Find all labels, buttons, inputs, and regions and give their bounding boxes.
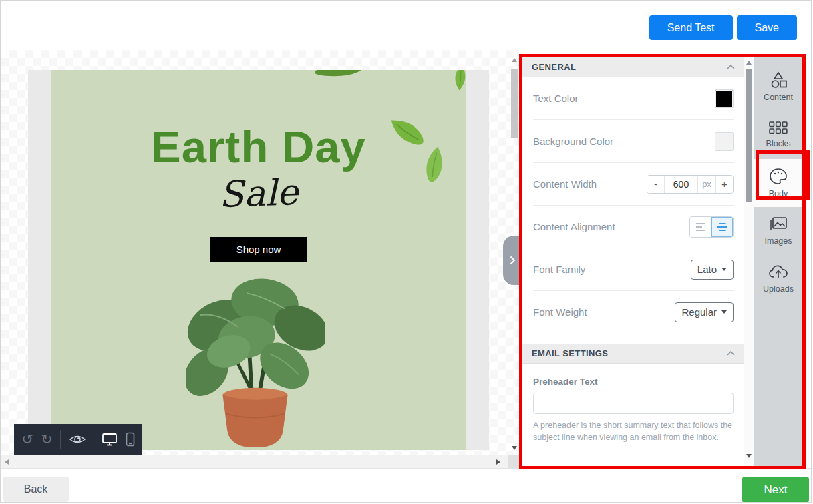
blocks-grid-icon	[769, 121, 788, 135]
align-center-icon	[717, 223, 727, 231]
email-content-area[interactable]: Earth Day Sale Shop now	[51, 70, 466, 450]
email-script-text[interactable]: Sale	[51, 165, 466, 222]
scroll-left-arrow-icon[interactable]	[5, 459, 9, 465]
top-bar: Send Test Save	[1, 1, 811, 49]
sidebar-item-body[interactable]: Body	[754, 159, 802, 207]
upload-cloud-icon	[768, 264, 788, 280]
sidebar-item-images[interactable]: Images	[754, 207, 802, 255]
footer-bar: Back Next	[1, 468, 811, 503]
scroll-down-arrow-icon[interactable]	[512, 446, 517, 450]
preheader-label: Preheader Text	[533, 376, 734, 387]
email-settings-section-header[interactable]: EMAIL SETTINGS	[522, 344, 744, 364]
settings-panel-scrollbar[interactable]	[744, 57, 754, 466]
sidebar-item-label: Blocks	[766, 139, 791, 148]
content-alignment-row: Content Alignment	[522, 206, 744, 248]
width-increment-button[interactable]: +	[716, 176, 733, 193]
settings-scroll-thumb[interactable]	[746, 69, 752, 202]
leaf-decoration-icon	[305, 70, 371, 85]
sidebar-item-label: Content	[764, 93, 793, 102]
mobile-icon[interactable]	[126, 432, 135, 447]
right-side-region: GENERAL Text Color Background Color Cont…	[522, 57, 802, 466]
back-button[interactable]: Back	[3, 477, 69, 502]
background-color-swatch[interactable]	[715, 132, 734, 151]
scrollbar-corner	[508, 455, 519, 468]
font-family-label: Font Family	[533, 264, 585, 275]
redo-icon[interactable]: ↻	[41, 433, 53, 447]
sidebar-item-content[interactable]: Content	[754, 63, 802, 111]
background-color-label: Background Color	[533, 136, 613, 147]
preheader-help-text: A preheader is the short summary text th…	[533, 419, 734, 443]
palette-icon	[769, 168, 788, 185]
text-color-label: Text Color	[533, 93, 579, 104]
sidebar-item-uploads[interactable]: Uploads	[754, 255, 802, 303]
font-weight-row: Font Weight Regular	[522, 291, 744, 333]
font-weight-value: Regular	[681, 306, 717, 318]
caret-down-icon	[721, 268, 727, 271]
content-width-stepper: - px +	[647, 175, 734, 194]
sidebar-item-label: Images	[765, 236, 792, 246]
general-section-header[interactable]: GENERAL	[522, 57, 744, 77]
preheader-block: Preheader Text A preheader is the short …	[522, 364, 744, 443]
preheader-input[interactable]	[533, 393, 734, 414]
tools-sidebar: Content Blocks Body	[754, 57, 802, 466]
canvas-horizontal-scrollbar[interactable]	[1, 455, 519, 468]
font-family-value: Lato	[697, 264, 717, 275]
scroll-up-arrow-icon[interactable]	[512, 58, 517, 62]
chevron-up-icon	[727, 65, 735, 69]
caret-down-icon	[721, 310, 727, 314]
font-weight-label: Font Weight	[533, 306, 587, 318]
email-builder-window: Send Test Save Earth Day Sale Shop now	[0, 0, 812, 503]
align-left-button[interactable]	[690, 217, 711, 237]
background-color-row: Background Color	[522, 120, 744, 162]
email-headline[interactable]: Earth Day	[51, 121, 466, 172]
scroll-right-arrow-icon[interactable]	[496, 459, 500, 465]
shapes-icon	[769, 71, 788, 89]
images-icon	[769, 216, 788, 232]
general-section-title: GENERAL	[532, 62, 576, 72]
settings-panel: GENERAL Text Color Background Color Cont…	[522, 57, 744, 466]
alignment-toggle-group	[689, 216, 734, 238]
sidebar-item-label: Body	[769, 189, 788, 198]
sidebar-item-label: Uploads	[763, 284, 794, 294]
text-color-row: Text Color	[522, 77, 744, 119]
email-body-background[interactable]: Earth Day Sale Shop now	[28, 70, 489, 450]
design-canvas[interactable]: Earth Day Sale Shop now	[1, 50, 519, 468]
width-decrement-button[interactable]: -	[647, 176, 664, 193]
canvas-vertical-scroll-thumb[interactable]	[511, 69, 518, 138]
section-gap	[522, 333, 744, 344]
font-family-dropdown[interactable]: Lato	[691, 260, 734, 280]
top-bar-actions: Send Test Save	[649, 15, 797, 40]
leaf-decoration-icon	[440, 70, 466, 97]
content-alignment-label: Content Alignment	[533, 221, 615, 232]
save-button[interactable]: Save	[737, 15, 797, 40]
chevron-up-icon	[727, 351, 735, 356]
email-settings-section-title: EMAIL SETTINGS	[532, 348, 608, 358]
send-test-button[interactable]: Send Test	[649, 15, 733, 40]
collapse-chevron-icon	[510, 256, 516, 265]
potted-plant-image[interactable]	[186, 275, 325, 450]
toolbar-divider	[94, 430, 94, 449]
scroll-up-arrow-icon[interactable]	[746, 61, 752, 65]
content-width-input[interactable]	[664, 176, 698, 193]
align-center-button[interactable]	[711, 217, 733, 237]
align-left-icon	[696, 223, 706, 231]
canvas-toolbar: ↺ ↻	[14, 424, 142, 455]
font-weight-dropdown[interactable]: Regular	[675, 302, 734, 322]
desktop-icon[interactable]	[102, 433, 118, 446]
text-color-swatch[interactable]	[715, 89, 734, 108]
panel-collapse-handle[interactable]	[503, 236, 522, 285]
shop-now-button[interactable]: Shop now	[210, 237, 308, 262]
next-button[interactable]: Next	[742, 477, 809, 503]
scroll-down-arrow-icon[interactable]	[746, 454, 752, 458]
font-family-row: Font Family Lato	[522, 248, 744, 290]
sidebar-item-blocks[interactable]: Blocks	[754, 111, 802, 159]
undo-icon[interactable]: ↺	[21, 433, 33, 447]
content-width-label: Content Width	[533, 178, 597, 190]
preview-eye-icon[interactable]	[69, 433, 86, 445]
width-unit-label: px	[698, 176, 716, 193]
content-width-row: Content Width - px +	[522, 163, 744, 205]
toolbar-divider	[60, 430, 61, 449]
